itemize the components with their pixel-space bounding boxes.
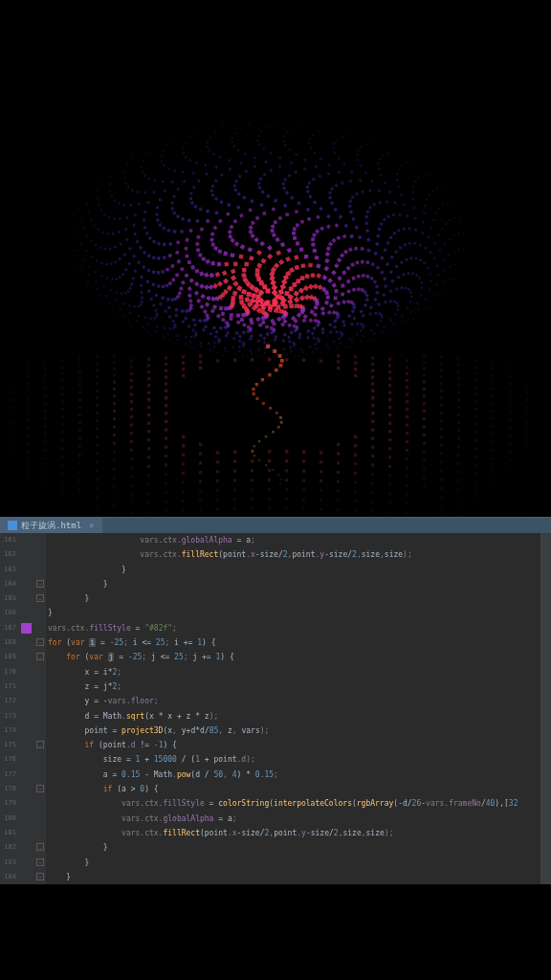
svg-rect-826	[128, 304, 131, 307]
svg-rect-428	[266, 194, 270, 198]
svg-rect-1051	[292, 127, 294, 129]
svg-rect-658	[398, 213, 402, 217]
svg-rect-896	[362, 334, 364, 337]
svg-rect-1096	[299, 123, 301, 125]
svg-rect-985	[234, 353, 236, 355]
svg-rect-527	[395, 264, 399, 268]
svg-rect-971	[450, 219, 452, 221]
file-tab[interactable]: 粒子旋涡.html ×	[0, 518, 102, 533]
svg-rect-413	[266, 332, 270, 336]
svg-rect-100	[301, 263, 306, 268]
svg-rect-1105	[10, 391, 11, 393]
svg-rect-646	[147, 201, 150, 204]
svg-rect-200	[194, 281, 200, 287]
svg-rect-1477	[423, 394, 426, 397]
svg-rect-1118	[10, 495, 11, 497]
svg-rect-1406	[354, 472, 357, 475]
svg-rect-796	[188, 159, 191, 162]
svg-rect-1175	[61, 456, 64, 458]
svg-rect-891	[437, 274, 439, 276]
svg-rect-1296	[165, 428, 167, 431]
svg-rect-1248	[130, 372, 133, 375]
svg-rect-1315	[182, 481, 185, 484]
svg-rect-1006	[260, 131, 262, 133]
svg-rect-664	[393, 301, 396, 303]
svg-rect-799	[262, 147, 265, 150]
svg-rect-578	[156, 206, 159, 209]
svg-rect-366	[162, 256, 165, 259]
svg-rect-1377	[302, 498, 305, 501]
svg-rect-745	[217, 341, 220, 344]
svg-rect-247	[228, 230, 232, 234]
svg-rect-1069	[324, 352, 326, 354]
svg-rect-426	[220, 200, 224, 204]
svg-rect-625	[408, 241, 411, 245]
svg-rect-1007	[342, 135, 344, 138]
svg-rect-569	[187, 324, 190, 327]
svg-rect-537	[182, 320, 186, 323]
svg-rect-752	[106, 233, 109, 235]
svg-rect-1432	[388, 364, 391, 367]
svg-rect-16	[278, 289, 284, 295]
svg-rect-208	[326, 246, 331, 251]
svg-rect-425	[199, 208, 203, 212]
svg-rect-1550	[474, 481, 477, 484]
svg-rect-1293	[165, 404, 167, 407]
close-icon[interactable]: ×	[89, 521, 94, 530]
svg-rect-393	[157, 256, 161, 260]
svg-rect-579	[173, 195, 176, 198]
svg-rect-113	[256, 250, 262, 256]
svg-rect-190	[337, 276, 342, 280]
svg-rect-1060	[462, 248, 464, 250]
svg-rect-1646	[279, 483, 281, 485]
svg-rect-430	[313, 200, 318, 205]
svg-rect-1073	[221, 354, 223, 356]
code-content[interactable]: vars.ctx.globalAlpha = a; vars.ctx.fillR…	[46, 533, 540, 884]
svg-rect-506	[174, 314, 178, 318]
svg-rect-919	[257, 135, 259, 137]
svg-rect-1154	[44, 449, 47, 452]
svg-rect-929	[445, 223, 448, 226]
svg-rect-1522	[457, 421, 460, 424]
svg-rect-82	[244, 262, 249, 267]
svg-rect-1324	[199, 461, 202, 464]
svg-rect-553	[330, 187, 334, 190]
code-editor[interactable]: 1611621631641651661671681691701711721731…	[0, 533, 551, 884]
svg-rect-715	[112, 233, 115, 235]
svg-rect-823	[185, 336, 187, 339]
svg-rect-446	[174, 308, 178, 312]
svg-rect-840	[310, 146, 312, 148]
svg-rect-1587	[509, 443, 512, 446]
svg-rect-1140	[27, 501, 29, 503]
svg-rect-1614	[526, 495, 528, 497]
svg-rect-115	[294, 255, 298, 259]
svg-rect-571	[152, 304, 155, 307]
svg-rect-1333	[216, 470, 219, 473]
svg-rect-783	[213, 342, 216, 345]
svg-rect-1081	[77, 271, 79, 273]
svg-rect-629	[389, 300, 392, 302]
svg-rect-456	[237, 192, 241, 196]
svg-rect-1221	[96, 487, 99, 490]
svg-rect-643	[119, 242, 122, 246]
svg-rect-834	[163, 164, 165, 167]
svg-rect-210	[342, 270, 346, 275]
svg-rect-1029	[216, 351, 219, 354]
svg-rect-1054	[412, 161, 415, 164]
svg-rect-955	[98, 204, 100, 207]
svg-rect-1257	[130, 440, 133, 443]
svg-rect-595	[384, 301, 387, 304]
svg-rect-628	[400, 286, 404, 290]
svg-rect-1519	[457, 398, 460, 401]
svg-rect-260	[258, 323, 262, 327]
svg-rect-403	[339, 214, 343, 219]
svg-rect-841	[334, 151, 337, 154]
svg-rect-1316	[182, 490, 185, 493]
svg-rect-686	[239, 162, 243, 166]
svg-rect-298	[342, 234, 347, 239]
svg-rect-1491	[423, 513, 426, 516]
svg-rect-1243	[113, 495, 116, 498]
svg-rect-1412	[371, 363, 374, 366]
vertical-scrollbar[interactable]	[540, 533, 551, 884]
svg-rect-690	[338, 171, 341, 174]
